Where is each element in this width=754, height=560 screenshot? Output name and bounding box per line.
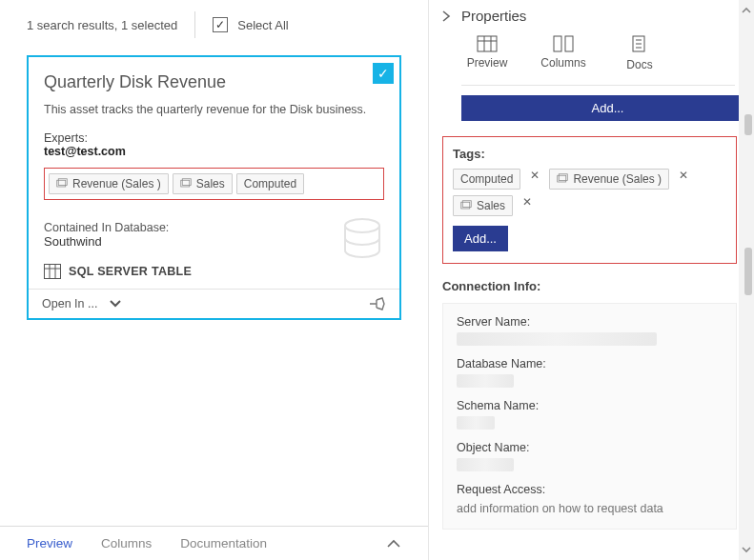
svg-rect-9 bbox=[478, 36, 497, 51]
svg-rect-14 bbox=[565, 36, 573, 51]
tag-chip[interactable]: Computed bbox=[236, 173, 304, 194]
tag-chip-label: Sales bbox=[196, 177, 225, 190]
columns-tab-icon bbox=[553, 35, 574, 52]
tag-chip-label: Computed bbox=[460, 172, 513, 186]
connection-info-section: Connection Info: Server Name: Database N… bbox=[429, 279, 754, 530]
connection-info-title: Connection Info: bbox=[442, 279, 737, 293]
tag-icon bbox=[180, 178, 192, 190]
object-name-label: Object Name: bbox=[457, 441, 723, 454]
results-count-text: 1 search results, 1 selected bbox=[27, 18, 177, 32]
preview-tab-icon bbox=[477, 35, 498, 52]
scroll-down-arrow-icon[interactable] bbox=[739, 539, 754, 560]
remove-tag-button[interactable]: ✕ bbox=[677, 169, 690, 190]
props-tab-label: Docs bbox=[626, 58, 652, 71]
database-name-value-redacted bbox=[457, 374, 514, 388]
tab-preview[interactable]: Preview bbox=[27, 536, 72, 550]
checkbox-icon: ✓ bbox=[213, 17, 228, 32]
source-type-label: SQL SERVER TABLE bbox=[69, 265, 192, 278]
contained-value: Southwind bbox=[44, 234, 384, 249]
tag-chip-label: Revenue (Sales ) bbox=[72, 177, 161, 190]
card-selected-check-icon[interactable]: ✓ bbox=[373, 63, 394, 84]
tag-icon bbox=[56, 178, 68, 190]
request-access-label: Request Access: bbox=[457, 483, 723, 496]
properties-tabs: Preview Columns Docs bbox=[429, 28, 754, 79]
schema-name-label: Schema Name: bbox=[457, 399, 723, 412]
card-footer: Open In ... bbox=[29, 289, 399, 318]
properties-pane: Properties Preview Columns Docs Add... T… bbox=[429, 0, 754, 560]
scrollbar-thumb[interactable] bbox=[744, 248, 752, 295]
pin-icon[interactable] bbox=[369, 297, 386, 310]
chevron-down-icon bbox=[109, 299, 122, 309]
contained-label: Contained In Database: bbox=[44, 221, 384, 234]
tags-section-label: Tags: bbox=[453, 147, 726, 161]
svg-point-4 bbox=[345, 219, 379, 232]
server-name-value-redacted bbox=[457, 332, 657, 346]
props-tab-columns[interactable]: Columns bbox=[538, 35, 589, 70]
database-name-label: Database Name: bbox=[457, 357, 723, 370]
open-in-button[interactable]: Open In ... bbox=[42, 297, 122, 310]
source-type-row: SQL SERVER TABLE bbox=[44, 262, 384, 279]
scrollbar-thumb[interactable] bbox=[744, 114, 752, 135]
schema-name-value-redacted bbox=[457, 416, 495, 430]
asset-title: Quarterly Disk Revenue bbox=[44, 72, 384, 92]
chevron-up-icon[interactable] bbox=[386, 538, 401, 550]
card-tags-row: Revenue (Sales ) Sales Computed bbox=[44, 168, 384, 200]
vertical-scrollbar[interactable] bbox=[739, 0, 754, 560]
props-tab-docs[interactable]: Docs bbox=[614, 35, 665, 71]
tag-chip[interactable]: Revenue (Sales ) bbox=[49, 173, 169, 194]
tag-chip-label: Sales bbox=[477, 199, 505, 212]
tag-chip[interactable]: Sales bbox=[453, 195, 513, 216]
database-icon bbox=[340, 217, 384, 265]
tab-documentation[interactable]: Documentation bbox=[180, 536, 267, 550]
tags-section: Tags: Computed ✕ Revenue (Sales ) ✕ Sale… bbox=[442, 136, 737, 264]
select-all-label: Select All bbox=[237, 18, 288, 32]
chevron-right-icon[interactable] bbox=[440, 10, 452, 23]
open-in-label: Open In ... bbox=[42, 297, 97, 310]
results-header: 1 search results, 1 selected ✓ Select Al… bbox=[0, 0, 428, 55]
table-icon bbox=[44, 264, 61, 279]
results-pane: 1 search results, 1 selected ✓ Select Al… bbox=[0, 0, 429, 560]
tag-chip[interactable]: Revenue (Sales ) bbox=[549, 169, 669, 190]
remove-tag-button[interactable]: ✕ bbox=[528, 169, 541, 190]
props-tab-label: Preview bbox=[467, 56, 508, 70]
asset-description: This asset tracks the quarterly revenue … bbox=[44, 102, 384, 118]
tag-icon bbox=[460, 200, 472, 211]
tab-columns[interactable]: Columns bbox=[101, 536, 152, 550]
tag-chip-label: Revenue (Sales ) bbox=[573, 172, 662, 186]
tag-chip-label: Computed bbox=[244, 177, 296, 190]
select-all-button[interactable]: ✓ Select All bbox=[213, 17, 288, 32]
connection-info-body: Server Name: Database Name: Schema Name:… bbox=[442, 303, 737, 530]
detail-tabs-bar: Preview Columns Documentation bbox=[0, 526, 428, 560]
divider bbox=[461, 85, 735, 86]
contained-in-block: Contained In Database: Southwind bbox=[44, 221, 384, 249]
properties-title: Properties bbox=[461, 8, 526, 24]
asset-card[interactable]: ✓ Quarterly Disk Revenue This asset trac… bbox=[27, 55, 401, 320]
svg-rect-5 bbox=[45, 264, 61, 278]
scroll-up-arrow-icon[interactable] bbox=[739, 0, 754, 21]
svg-rect-13 bbox=[554, 36, 561, 51]
add-property-button[interactable]: Add... bbox=[461, 95, 754, 121]
properties-header: Properties bbox=[429, 0, 754, 28]
docs-tab-icon bbox=[630, 35, 649, 54]
props-tab-preview[interactable]: Preview bbox=[461, 35, 513, 70]
add-tag-button[interactable]: Add... bbox=[453, 226, 508, 251]
tag-chip[interactable]: Sales bbox=[173, 173, 233, 194]
divider bbox=[194, 11, 195, 38]
tag-icon bbox=[557, 173, 568, 185]
tag-chip[interactable]: Computed bbox=[453, 169, 520, 190]
experts-value: test@test.com bbox=[44, 145, 384, 158]
server-name-label: Server Name: bbox=[457, 315, 723, 329]
tags-chip-list: Computed ✕ Revenue (Sales ) ✕ Sales ✕ bbox=[453, 169, 726, 216]
request-access-input[interactable] bbox=[457, 500, 723, 517]
experts-label: Experts: bbox=[44, 131, 384, 145]
remove-tag-button[interactable]: ✕ bbox=[520, 195, 534, 216]
object-name-value-redacted bbox=[457, 458, 514, 471]
props-tab-label: Columns bbox=[540, 56, 585, 70]
